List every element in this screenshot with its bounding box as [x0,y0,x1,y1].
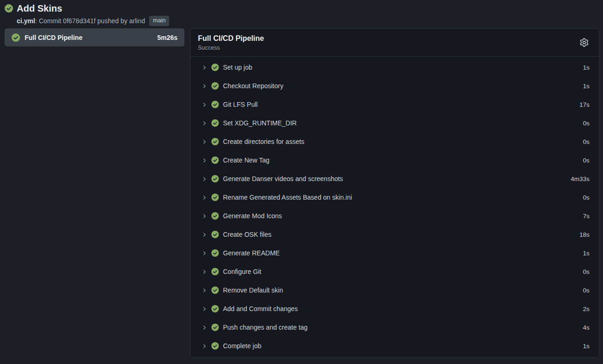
commit-prefix-text: : Commit [35,17,63,25]
run-title: Add Skins [17,3,62,13]
step-row[interactable]: Rename Generated Assets Based on skin.in… [190,188,599,207]
jobs-sidebar: Full CI/CD Pipeline 5m26s [5,28,184,46]
gear-icon [580,38,589,47]
step-duration: 1s [583,250,590,257]
chevron-right-icon [201,232,207,238]
step-duration: 0s [583,194,590,201]
job-success-icon [12,33,20,42]
chevron-right-icon [201,306,207,312]
run-success-icon [5,4,13,13]
job-name: Full CI/CD Pipeline [25,34,152,41]
step-row[interactable]: Generate Mod Icons 7s [190,207,599,225]
step-name: Generate Mod Icons [223,212,282,220]
step-success-icon [211,119,219,127]
step-row[interactable]: Generate README 1s [190,244,599,262]
step-row[interactable]: Checkout Repository 1s [190,77,599,95]
actions-run-page: Add Skins ci.yml: Commit 0f678d341f push… [0,0,603,364]
step-row[interactable]: Git LFS Pull 17s [190,95,599,114]
step-name: Checkout Repository [223,82,283,90]
step-duration: 18s [579,231,590,238]
chevron-right-icon [201,250,207,256]
step-name: Complete job [223,342,262,350]
step-success-icon [211,342,219,350]
step-success-icon [211,82,219,90]
step-row[interactable]: Push changes and create tag 4s [190,318,599,337]
step-name: Create directories for assets [223,138,304,145]
step-row[interactable]: Set up job 1s [190,58,599,77]
step-name: Create OSK files [223,231,271,238]
step-row[interactable]: Configure Git 0s [190,262,599,281]
step-name: Configure Git [223,268,261,275]
step-duration: 0s [583,138,590,145]
chevron-right-icon [201,102,207,108]
step-row[interactable]: Add and Commit changes 2s [190,299,599,318]
step-name: Set XDG_RUNTIME_DIR [223,119,297,127]
step-row[interactable]: Remove Default skin 0s [190,281,599,299]
job-panel-header: Full CI/CD Pipeline Success [190,29,599,57]
chevron-right-icon [201,176,207,182]
chevron-right-icon [201,213,207,219]
step-success-icon [211,101,219,108]
step-success-icon [211,286,219,294]
step-duration: 1s [583,343,590,350]
chevron-right-icon [201,157,207,163]
step-name: Generate README [223,249,280,257]
step-name: Remove Default skin [223,286,283,294]
chevron-right-icon [201,325,207,331]
step-success-icon [211,249,219,257]
job-panel-title: Full CI/CD Pipeline [198,34,264,43]
step-row[interactable]: Generate Danser videos and screenshots 4… [190,169,599,188]
step-success-icon [211,156,219,164]
run-title-row: Add Skins [5,3,598,13]
step-duration: 4s [583,324,590,331]
steps-list: Set up job 1s Checkout Repository 1s [190,57,599,357]
step-name: Git LFS Pull [223,101,258,108]
step-name: Generate Danser videos and screenshots [223,175,343,182]
step-success-icon [211,194,219,201]
workflow-file-name: ci.yml [17,17,35,25]
step-duration: 17s [579,101,590,108]
chevron-right-icon [201,65,207,71]
step-success-icon [211,305,219,312]
run-header: Add Skins ci.yml: Commit 0f678d341f push… [5,3,598,26]
step-row[interactable]: Create OSK files 18s [190,225,599,244]
chevron-right-icon [201,287,207,293]
job-item-full-pipeline[interactable]: Full CI/CD Pipeline 5m26s [5,28,184,46]
step-success-icon [211,231,219,238]
chevron-right-icon [201,269,207,275]
job-detail-panel: Full CI/CD Pipeline Success [190,28,599,358]
step-duration: 0s [583,157,590,164]
job-settings-button[interactable] [579,37,590,48]
step-success-icon [211,268,219,275]
commit-sha-link[interactable]: 0f678d341f [63,17,96,25]
step-success-icon [211,324,219,331]
step-name: Add and Commit changes [223,305,298,312]
step-row[interactable]: Complete job 1s [190,337,599,355]
step-success-icon [211,212,219,220]
chevron-right-icon [201,343,207,349]
chevron-right-icon [201,83,207,89]
step-name: Create New Tag [223,156,269,164]
step-duration: 2s [583,306,590,312]
step-duration: 4m33s [570,176,590,182]
step-row[interactable]: Set XDG_RUNTIME_DIR 0s [190,114,599,132]
step-name: Push changes and create tag [223,324,308,331]
step-success-icon [211,175,219,182]
step-duration: 0s [583,268,590,275]
chevron-right-icon [201,139,207,145]
step-duration: 7s [583,213,590,220]
step-name: Rename Generated Assets Based on skin.in… [223,194,352,201]
branch-badge[interactable]: main [149,16,169,26]
run-subtitle: ci.yml: Commit 0f678d341f pushed by arli… [17,16,598,26]
chevron-right-icon [201,120,207,126]
chevron-right-icon [201,195,207,201]
step-duration: 0s [583,120,590,127]
job-duration: 5m26s [157,34,177,41]
step-name: Set up job [223,64,252,71]
step-row[interactable]: Create directories for assets 0s [190,132,599,151]
step-duration: 0s [583,287,590,294]
step-success-icon [211,138,219,145]
step-duration: 1s [583,64,590,71]
job-status-text: Success [198,45,264,51]
step-row[interactable]: Create New Tag 0s [190,151,599,169]
